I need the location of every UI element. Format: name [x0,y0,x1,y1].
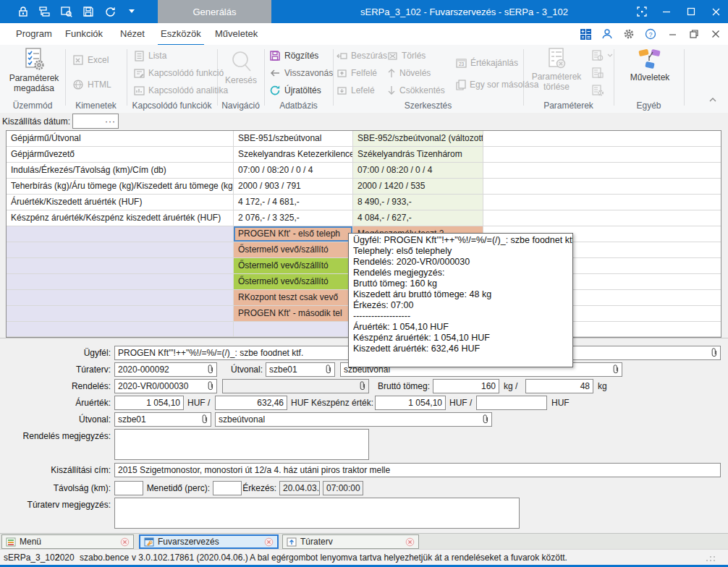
order-row-label[interactable] [7,226,234,242]
keszpenz-kiszedett-field[interactable] [476,396,547,410]
order-cell[interactable]: RKozpont teszt csak vevő [234,290,353,306]
brutto-tomeg-field[interactable]: 160 [433,379,499,393]
ujratoltes-button[interactable]: Újratöltés [269,82,321,98]
paperclip-icon[interactable] [201,414,208,425]
erkezes-ido-field[interactable]: 07:00:00 [323,481,363,495]
aruertek-field[interactable]: 1 054,10 [114,396,184,410]
excel-button[interactable]: Excel [72,52,109,68]
kiszedett-ertek-field[interactable]: 632,46 [215,396,287,410]
lista-button[interactable]: Lista [134,48,166,64]
lock-icon[interactable] [16,4,30,19]
help-icon[interactable]: ? [643,26,659,42]
order-row-label[interactable] [7,242,234,258]
window-search-icon[interactable] [59,4,74,19]
menu-program[interactable]: Program [13,23,55,44]
csokkentes-button[interactable]: Csökkentés [387,82,445,98]
save-icon[interactable] [81,4,96,19]
parameterek-torlese-button[interactable]: Paraméterek törlése [527,48,586,92]
order-cell[interactable]: PROGEN Kft' - második tel [234,306,353,322]
row-label[interactable]: Készpénz áruérték/Készpénz kiszedett áru… [7,210,234,226]
truck1-cell[interactable]: 07:00 / 08:20 / 0 / 4 [234,163,353,179]
resize-grip[interactable] [706,555,716,562]
order-cell[interactable]: Őstermelő vevő/szállító [234,242,353,258]
doc-close-button[interactable] [708,26,724,42]
truck2-cell[interactable]: 4 084,- / 627,- [353,210,483,226]
truck2-cell[interactable]: 2000 / 1420 / 535 [353,179,483,195]
html-button[interactable]: HTML [72,77,111,93]
order-cell[interactable]: Őstermelő vevő/szállító [234,274,353,290]
rogzites-button[interactable]: Rögzítés [269,48,318,64]
truck1-cell[interactable]: 4 172,- / 4 681,- [234,195,353,210]
beszuras-button[interactable]: Beszúrás [337,48,387,64]
lefele-button[interactable]: Lefelé [337,82,375,98]
tab-turaterv[interactable]: Túraterv [282,534,419,549]
order-row-label[interactable] [7,258,234,274]
truck2-cell[interactable]: 8 490,- / 933,- [353,195,483,210]
order-cell[interactable]: Őstermelő vevő/szállító [234,258,353,274]
keszpenz-field[interactable]: 1 054,10 [375,396,446,410]
calculator-icon[interactable] [577,26,593,42]
turaterv-field[interactable]: 2020-000092 [114,362,217,377]
utvonal-code-field[interactable]: szbe01 [266,362,335,377]
doc-restore-button[interactable] [686,26,702,42]
doc-minimize-button[interactable] [664,26,680,42]
menu-funkciok[interactable]: Funkciók [62,23,106,44]
tavolsag-field[interactable] [114,481,143,495]
truck1-cell[interactable]: 2000 / 903 / 791 [234,179,353,195]
muveletek-button[interactable]: Műveletek [621,48,679,82]
datum-more-button[interactable]: ··· [105,116,116,127]
datum-ellipsis-button[interactable]: ⋯ [319,483,320,493]
order-cell[interactable] [234,322,353,337]
rendeles-field[interactable]: 2020-VR0/000030 [114,379,217,393]
generalas-task-tab[interactable]: Generálás [158,0,271,23]
order-row-label[interactable] [7,322,234,337]
row-label[interactable]: Gépjárművezető [7,147,234,163]
truck1-cell[interactable]: SBE-951/szbeútvonal [234,131,353,147]
paperclip-icon[interactable] [612,364,619,375]
paperclip-icon[interactable] [711,348,717,358]
visszavonas-button[interactable]: Visszavonás [269,65,333,81]
rendeles-ref-field[interactable] [222,379,369,393]
row-label[interactable]: Áruérték/Kiszedett áruérték (HUF) [7,195,234,210]
truck2-cell[interactable]: Székelyandrás Tizenhárom [353,147,483,163]
order-cell-selected[interactable]: PROGEN Kft' - első teleph [234,226,353,242]
row-label[interactable]: Gépjármű/Útvonal [7,131,234,147]
torles-button[interactable]: Törlés [387,48,426,64]
kapcsolodo-funkcio-button[interactable]: Kapcsolódó funkció [134,65,224,81]
refresh-icon[interactable] [103,4,117,19]
tab-menu[interactable]: Menü [1,534,134,549]
order-row-label[interactable] [7,274,234,290]
tab-fuvarszervezes[interactable]: Fuvarszervezés [139,534,279,549]
tab-close-icon[interactable] [264,537,274,547]
order-row-label[interactable] [7,306,234,322]
hierarchy-icon[interactable] [38,4,52,19]
parameter-beallitas-icon[interactable] [592,82,604,98]
paperclip-icon[interactable] [359,381,365,391]
ribbon-collapse-icon[interactable] [709,97,716,102]
kiszedett-tomeg-field[interactable]: 48 [525,379,593,393]
erkezes-datum-field[interactable]: 20.04.03. ⋯ [279,481,320,495]
truck1-cell[interactable]: 2 076,- / 3 325,- [234,210,353,226]
paperclip-icon[interactable] [482,414,488,425]
truck2-cell[interactable]: SBE-952/szbeútvonal2 (változott) [353,131,483,147]
row-label[interactable]: Teherbírás (kg)/Áru tömege (kg)/Kiszedet… [7,179,234,195]
tab-close-icon[interactable] [405,537,415,547]
order-row-label[interactable] [7,290,234,306]
parameter-mentes-icon[interactable] [592,65,604,81]
kiszallitas-datum-field[interactable]: ··· [72,114,119,129]
paperclip-icon[interactable] [207,364,213,375]
rendeles-megjegyzes-field[interactable] [114,429,369,460]
paperclip-icon[interactable] [207,381,213,391]
maximize-button[interactable] [679,0,703,23]
utvonal-code2-field[interactable]: szbe01 [114,412,211,427]
menu-eszkozok[interactable]: Eszközök [158,23,204,46]
close-button[interactable] [703,0,728,23]
settings-gear-icon[interactable] [621,26,637,42]
focus-mode-icon[interactable] [630,0,654,23]
truck2-cell[interactable]: 07:00 / 08:20 / 0 / 4 [353,163,483,179]
truck1-cell[interactable]: Szekelyandras Ketezerkilences [234,147,353,163]
user-icon[interactable] [599,26,615,42]
utvonal-name2-field[interactable]: szbeútvonal [215,412,492,427]
menetido-field[interactable] [213,481,242,495]
minimize-button[interactable] [654,0,679,23]
